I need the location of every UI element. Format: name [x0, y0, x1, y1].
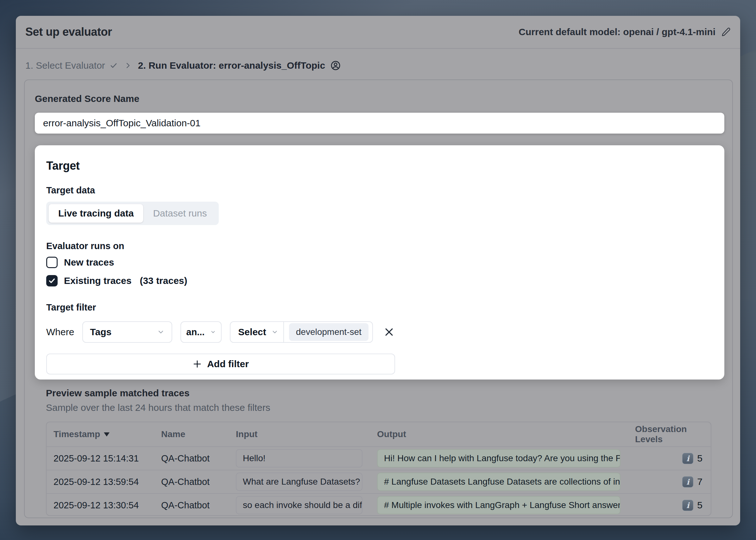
filter-value-chip[interactable]: development-set [289, 323, 369, 341]
where-label: Where [46, 327, 74, 338]
filter-operator-select[interactable]: an... [181, 321, 222, 343]
target-data-tabs: Live tracing data Dataset runs [46, 202, 219, 225]
preview-traces-table: Timestamp Name Input Output Observation … [46, 422, 711, 516]
existing-traces-label: Existing traces [64, 275, 131, 286]
new-traces-label: New traces [64, 257, 114, 268]
breadcrumb-step-run-evaluator: 2. Run Evaluator: error-analysis_OffTopi… [138, 60, 341, 71]
checkbox-existing-traces[interactable]: Existing traces (33 traces) [46, 275, 187, 287]
column-header-input: Input [229, 429, 370, 439]
column-header-observation-levels: Observation Levels [628, 424, 711, 445]
checkbox-new-traces[interactable]: New traces [46, 257, 114, 268]
dialog-header: Set up evaluator Current default model: … [16, 16, 740, 49]
score-name-input[interactable] [35, 113, 724, 134]
default-model-label: Current default model: openai / gpt-4.1-… [519, 27, 715, 37]
run-evaluator-panel: Generated Score Name Target Target data … [24, 79, 733, 518]
chevron-down-icon [271, 329, 278, 336]
name-cell: QA-Chatbot [154, 477, 229, 487]
preview-subtitle: Sample over the last 24 hours that match… [46, 402, 270, 413]
default-model: Current default model: openai / gpt-4.1-… [519, 27, 731, 37]
step-complete-check-icon [109, 62, 118, 69]
setup-evaluator-dialog: Set up evaluator Current default model: … [16, 16, 740, 525]
remove-filter-icon[interactable] [384, 327, 394, 338]
add-filter-button[interactable]: Add filter [46, 353, 395, 374]
breadcrumb-step-2-label: 2. Run Evaluator: error-analysis_OffTopi… [138, 60, 325, 71]
user-circle-icon [330, 60, 341, 71]
target-filter-label: Target filter [46, 302, 96, 313]
input-preview: Hello! [236, 449, 363, 468]
column-header-timestamp[interactable]: Timestamp [47, 429, 154, 439]
sort-desc-icon [104, 432, 109, 437]
timestamp-cell: 2025-09-12 15:14:31 [47, 453, 154, 464]
breadcrumb-step-1-label: 1. Select Evaluator [25, 60, 105, 71]
column-header-name: Name [154, 429, 229, 439]
timestamp-header-label: Timestamp [54, 429, 100, 439]
observation-level-count: 7 [697, 476, 702, 487]
table-row: 2025-09-12 13:30:54 QA-Chatbot so each i… [47, 493, 711, 516]
table-header-row: Timestamp Name Input Output Observation … [47, 422, 711, 446]
evaluator-runs-on-label: Evaluator runs on [46, 241, 124, 251]
filter-column-select[interactable]: Tags [82, 321, 172, 343]
preview-title: Preview sample matched traces [46, 388, 190, 398]
target-title: Target [46, 159, 80, 173]
app-background: Set up evaluator Current default model: … [0, 0, 756, 540]
filter-operator-value: an... [186, 327, 205, 338]
tab-live-tracing-data[interactable]: Live tracing data [49, 204, 143, 223]
observation-level-count: 5 [697, 453, 702, 464]
output-preview: # Langfuse Datasets Langfuse Datasets ar… [377, 472, 621, 491]
tab-dataset-runs[interactable]: Dataset runs [143, 204, 216, 223]
filter-value-placeholder: Select [238, 327, 266, 338]
info-level-icon: i [682, 453, 693, 464]
existing-traces-count: (33 traces) [140, 275, 187, 286]
chevron-down-icon [210, 329, 216, 335]
chevron-right-icon [124, 62, 132, 69]
page-title: Set up evaluator [25, 25, 112, 39]
tab-live-tracing-data-label: Live tracing data [58, 208, 134, 219]
checkbox-checked-icon [46, 275, 58, 287]
divider [283, 322, 284, 342]
add-filter-label: Add filter [207, 359, 249, 369]
score-name-label: Generated Score Name [35, 93, 139, 104]
observation-level-count: 5 [697, 500, 702, 510]
checkbox-unchecked-icon [46, 257, 58, 268]
info-level-icon: i [682, 476, 693, 487]
tab-dataset-runs-label: Dataset runs [153, 208, 207, 219]
plus-icon [193, 359, 202, 369]
filter-row: Where Tags an... Select development-set [46, 321, 394, 343]
info-level-icon: i [682, 500, 693, 511]
breadcrumb-step-select-evaluator[interactable]: 1. Select Evaluator [25, 60, 118, 71]
output-preview: # Multiple invokes with LangGraph + Lang… [377, 496, 621, 514]
edit-pencil-icon[interactable] [721, 27, 731, 37]
target-popover-card: Target Target data Live tracing data Dat… [35, 145, 724, 379]
input-preview: What are Langfuse Datasets? [236, 472, 363, 491]
breadcrumb: 1. Select Evaluator 2. Run Evaluator: er… [16, 49, 740, 71]
filter-column-value: Tags [90, 327, 111, 338]
input-preview: so each invoke should be a diff... [236, 496, 363, 514]
timestamp-cell: 2025-09-12 13:59:54 [47, 477, 154, 487]
output-preview: Hi! How can I help with Langfuse today? … [377, 449, 621, 468]
target-data-label: Target data [46, 185, 95, 196]
name-cell: QA-Chatbot [154, 453, 229, 464]
table-row: 2025-09-12 13:59:54 QA-Chatbot What are … [47, 470, 711, 493]
name-cell: QA-Chatbot [154, 500, 229, 510]
column-header-output: Output [370, 429, 628, 439]
chevron-down-icon [157, 328, 165, 336]
timestamp-cell: 2025-09-12 13:30:54 [47, 500, 154, 510]
table-row: 2025-09-12 15:14:31 QA-Chatbot Hello! Hi… [47, 446, 711, 470]
filter-value-select[interactable]: Select development-set [230, 321, 373, 343]
